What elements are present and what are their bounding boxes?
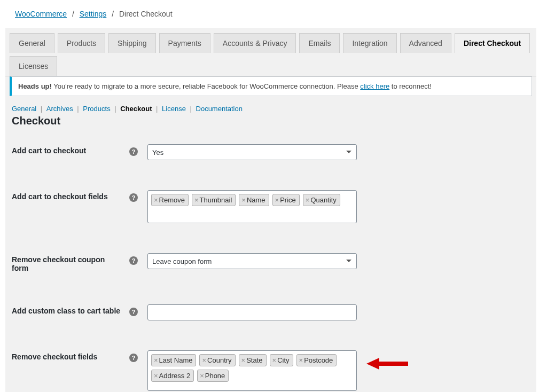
subsection-separator: | — [113, 105, 119, 113]
breadcrumb-settings[interactable]: Settings — [80, 10, 107, 18]
tab-licenses[interactable]: Licenses — [10, 56, 57, 76]
subsection-separator: | — [154, 105, 160, 113]
tab-shipping[interactable]: Shipping — [108, 33, 156, 53]
subsection-products[interactable]: Products — [83, 105, 110, 113]
add-cart-fields-chip-remove[interactable]: ×Remove — [151, 194, 189, 206]
subsection-nav: General | Archives | Products | Checkout… — [5, 100, 536, 113]
tab-accounts-privacy[interactable]: Accounts & Privacy — [214, 33, 296, 53]
help-tip-icon[interactable]: ? — [129, 354, 138, 362]
svg-marker-1 — [366, 358, 379, 370]
subsection-license[interactable]: License — [162, 105, 186, 113]
notice-text-before: You're ready to migrate to a more secure… — [52, 82, 360, 90]
select-wrap: Leave coupon form — [147, 253, 357, 269]
chip-remove-icon[interactable]: × — [202, 356, 206, 364]
label-add-cart-checkout: Add cart to checkout — [5, 141, 128, 163]
remove-fields-chip-country[interactable]: ×Country — [199, 354, 235, 366]
row-remove-coupon: Remove checkout coupon form ? Leave coup… — [5, 250, 536, 278]
breadcrumb-current: Direct Checkout — [119, 10, 173, 18]
chip-remove-icon[interactable]: × — [241, 196, 246, 204]
breadcrumb: WooCommerce / Settings / Direct Checkout — [5, 5, 536, 28]
row-remove-fields: Remove checkout fields ? ×Last Name×Coun… — [5, 347, 536, 392]
remove-fields-tagbox[interactable]: ×Last Name×Country×State×City×Postcode×A… — [147, 350, 357, 391]
add-cart-fields-chip-price[interactable]: ×Price — [272, 194, 300, 206]
content-area: GeneralProductsShippingPaymentsAccounts … — [5, 28, 536, 392]
add-cart-fields-chip-quantity[interactable]: ×Quantity — [303, 194, 340, 206]
remove-fields-chip-city[interactable]: ×City — [270, 354, 293, 366]
row-add-cart-checkout: Add cart to checkout ? Yes — [5, 141, 536, 163]
chip-remove-icon[interactable]: × — [154, 372, 158, 380]
add-cart-fields-chip-thumbnail[interactable]: ×Thumbnail — [192, 194, 236, 206]
label-remove-fields: Remove checkout fields — [5, 347, 128, 392]
chip-remove-icon[interactable]: × — [306, 196, 310, 204]
red-arrow-annotation — [366, 356, 409, 372]
row-custom-class: Add custom class to cart table ? — [5, 301, 536, 324]
migration-notice: Heads up! You're ready to migrate to a m… — [10, 76, 532, 96]
tab-general[interactable]: General — [10, 33, 54, 53]
tab-integration[interactable]: Integration — [343, 33, 396, 53]
chip-remove-icon[interactable]: × — [154, 196, 158, 204]
label-add-cart-fields: Add cart to checkout fields — [5, 187, 128, 226]
chip-remove-icon[interactable]: × — [241, 356, 246, 364]
row-add-cart-fields: Add cart to checkout fields ? ×Remove×Th… — [5, 187, 536, 226]
settings-form-table: Add cart to checkout ? Yes Add cart to c… — [5, 141, 536, 392]
help-tip-icon[interactable]: ? — [129, 193, 138, 202]
label-custom-class: Add custom class to cart table — [5, 301, 128, 324]
tab-bar: GeneralProductsShippingPaymentsAccounts … — [5, 28, 536, 76]
breadcrumb-woocommerce[interactable]: WooCommerce — [15, 10, 67, 18]
remove-fields-chip-last-name[interactable]: ×Last Name — [151, 354, 196, 366]
remove-fields-chip-state[interactable]: ×State — [239, 354, 267, 366]
subsection-checkout[interactable]: Checkout — [120, 105, 152, 113]
help-tip-icon[interactable]: ? — [129, 256, 138, 265]
remove-fields-chip-postcode[interactable]: ×Postcode — [296, 354, 337, 366]
add-cart-checkout-select[interactable]: Yes — [147, 144, 357, 160]
remove-fields-chip-phone[interactable]: ×Phone — [197, 370, 229, 382]
label-remove-coupon: Remove checkout coupon form — [5, 250, 128, 278]
chip-remove-icon[interactable]: × — [275, 196, 279, 204]
page-wrap: WooCommerce / Settings / Direct Checkout… — [0, 0, 547, 392]
breadcrumb-separator: / — [72, 10, 74, 18]
subsection-separator: | — [75, 105, 81, 113]
tab-emails[interactable]: Emails — [299, 33, 340, 53]
help-tip-icon[interactable]: ? — [129, 147, 138, 156]
chip-remove-icon[interactable]: × — [272, 356, 277, 364]
subsection-documentation[interactable]: Documentation — [196, 105, 243, 113]
add-cart-fields-chip-name[interactable]: ×Name — [239, 194, 269, 206]
tab-advanced[interactable]: Advanced — [400, 33, 451, 53]
notice-click-here-link[interactable]: click here — [360, 82, 389, 90]
chip-remove-icon[interactable]: × — [299, 356, 303, 364]
notice-heads-up: Heads up! — [18, 82, 52, 90]
breadcrumb-separator: / — [112, 10, 114, 18]
remove-fields-chip-address-2[interactable]: ×Address 2 — [151, 370, 194, 382]
remove-coupon-select[interactable]: Leave coupon form — [147, 253, 357, 269]
help-tip-icon[interactable]: ? — [129, 308, 138, 316]
chip-remove-icon[interactable]: × — [200, 372, 204, 380]
subsection-archives[interactable]: Archives — [46, 105, 73, 113]
subsection-general[interactable]: General — [12, 105, 36, 113]
tab-direct-checkout[interactable]: Direct Checkout — [455, 33, 530, 53]
notice-text-after: to reconnect! — [389, 82, 432, 90]
select-wrap: Yes — [147, 144, 357, 160]
chip-remove-icon[interactable]: × — [154, 356, 158, 364]
custom-class-input[interactable] — [147, 304, 357, 320]
subsection-separator: | — [188, 105, 194, 113]
chip-remove-icon[interactable]: × — [194, 196, 199, 204]
section-title: Checkout — [5, 113, 536, 127]
tab-products[interactable]: Products — [58, 33, 105, 53]
add-cart-fields-tagbox[interactable]: ×Remove×Thumbnail×Name×Price×Quantity — [147, 190, 357, 223]
tab-payments[interactable]: Payments — [159, 33, 210, 53]
subsection-separator: | — [38, 105, 44, 113]
